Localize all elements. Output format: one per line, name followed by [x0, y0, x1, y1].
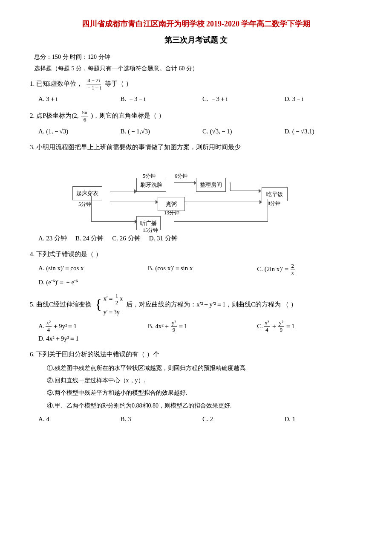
q5-optA: A. x²4 ＋9y²＝1 — [38, 319, 144, 333]
q6-optD: D. 1 — [285, 413, 363, 425]
question-1: 1. 已知i虚数单位， 4－2i －1＋i 等于（ ） A. 3＋i B. －3… — [30, 77, 362, 105]
flowchart: 起床穿衣 5分钟 刷牙洗脸 5分钟 6分钟 整理房间 煮粥 13分钟 — [72, 156, 320, 231]
q3-body: 小明用流程图把早上上班前需要做的事情做了如图方案，则所用时间最少 — [36, 144, 241, 150]
q2-text: 2. 点P极坐标为(2, 5π 6 )，则它的直角坐标是（ ） — [30, 109, 362, 123]
fc-arrow-7v — [268, 199, 268, 222]
q6-sub-items: ①.残差图中残差点所在的水平带状区域越宽，则回归方程的预报精确度越高. ②.回归… — [47, 363, 362, 411]
q2-optA: A. (1,－√3) — [38, 126, 116, 137]
fc-label-chifan: 8分钟 — [268, 199, 280, 208]
q5-optB: B. 4x²＋ y²9 ＝1 — [148, 319, 253, 333]
q6-sub3: ③.两个模型中残差平方和越小的模型拟合的效果越好. — [47, 387, 362, 398]
q5-body: 曲线C经过伸缩变换 — [36, 299, 92, 310]
q6-num: 6. — [30, 351, 35, 358]
fc-label-qichuang: 5分钟 — [78, 200, 91, 209]
q1-optA: A. 3＋i — [38, 93, 116, 105]
q2-text2: )，则它的直角坐标是（ ） — [91, 112, 165, 119]
info-score-time: 总分：150 分 时间：120 分钟 — [34, 52, 362, 62]
q2-num: 2. — [30, 112, 35, 119]
fc-arrow-6-tip — [135, 220, 137, 224]
q1-options: A. 3＋i B. －3－i C. －3＋i D. 3－i — [38, 93, 362, 105]
q5-text: 5. 曲线C经过伸缩变换 { x′＝12x y′＝3y 后，对应曲线的方程为：x… — [30, 292, 362, 317]
q1-optD: D. 3－i — [285, 93, 363, 105]
question-2: 2. 点P极坐标为(2, 5π 6 )，则它的直角坐标是（ ） A. (1,－√… — [30, 109, 362, 137]
fc-arrow-4h — [110, 202, 157, 202]
q4-num: 4. — [30, 251, 35, 257]
q1-optB: B. －3－i — [121, 93, 199, 105]
title-line2: 第三次月考试题 文 — [30, 33, 362, 47]
q6-sub1: ①.残差图中残差点所在的水平带状区域越宽，则回归方程的预报精确度越高. — [47, 363, 362, 373]
q1-body: 已知i虚数单位， — [36, 80, 83, 87]
q2-body: 点P极坐标为(2, — [36, 112, 79, 119]
fc-box-qichuang: 起床穿衣 — [72, 186, 102, 200]
fc-arrow-3-tip — [259, 189, 261, 193]
q6-sub2: ②.回归直线一定过样本中心（x，y）. — [47, 375, 362, 386]
fc-box-zhengli: 整理房间 — [196, 178, 226, 192]
q3-optA: A. 23 分钟 — [38, 233, 67, 244]
fc-arrow-4-tip — [156, 200, 158, 204]
question-3: 3. 小明用流程图把早上上班前需要做的事情做了如图方案，则所用时间最少 起床穿衣… — [30, 142, 362, 244]
q2-fraction: 5π 6 — [81, 109, 88, 123]
q3-num: 3. — [30, 144, 35, 150]
q5-options: A. x²4 ＋9y²＝1 B. 4x²＋ y²9 ＝1 C. x²4 ＋ y²… — [38, 319, 362, 344]
title-line1: 四川省成都市青白江区南开为明学校 2019-2020 学年高二数学下学期 — [30, 17, 362, 31]
q1-optC: C. －3＋i — [202, 93, 280, 105]
q6-text: 6. 下列关于回归分析的说法中错误的有（ ）个 — [30, 349, 362, 360]
q4-body: 下列式子错误的是（ ） — [36, 251, 102, 257]
q2-options: A. (1,－√3) B. (－1,√3) C. (√3,－1) D. (－√3… — [38, 126, 362, 137]
q6-optA: A. 4 — [38, 413, 116, 425]
fc-arrow-2 — [174, 182, 195, 183]
q6-optC: C. 2 — [202, 413, 280, 425]
q3-optB: B. 24 分钟 — [75, 233, 104, 244]
question-4: 4. 下列式子错误的是（ ） A. (sin x)′＝cos x B. (cos… — [30, 249, 362, 288]
fc-label-zhouzou: 13分钟 — [164, 208, 179, 218]
q1-text: 1. 已知i虚数单位， 4－2i －1＋i 等于（ ） — [30, 77, 362, 91]
q4-options: A. (sin x)′＝cos x B. (cos x)′＝sin x C. (… — [38, 263, 362, 288]
q4-optD: D. (e-x)′＝－e-x — [38, 276, 362, 288]
q5-brace-system: { x′＝12x y′＝3y — [95, 292, 123, 317]
q5-optC: C. x²4 ＋ y²9 ＝1 — [257, 319, 362, 333]
q6-optB: B. 3 — [121, 413, 199, 425]
q4-optA: A. (sin x)′＝cos x — [38, 263, 144, 276]
fc-arrow-6h — [91, 221, 136, 222]
q4-optC: C. (2ln x)′＝ 2 x — [257, 263, 362, 276]
q4-optC-frac: 2 x — [291, 263, 295, 276]
q4-optB: B. (cos x)′＝sin x — [148, 263, 253, 276]
q1-fraction: 4－2i －1＋i — [85, 77, 102, 91]
fc-arrow-3h — [230, 191, 260, 191]
q1-num: 1. — [30, 80, 35, 87]
fc-arrow-3 — [230, 182, 231, 191]
fc-label-zhengli-top: 6分钟 — [175, 172, 187, 181]
q6-body: 下列关于回归分析的说法中错误的有（ ）个 — [36, 351, 159, 358]
q5-bracket: （ ） — [282, 299, 297, 310]
question-6: 6. 下列关于回归分析的说法中错误的有（ ）个 ①.残差图中残差点所在的水平带状… — [30, 349, 362, 425]
info-section: 选择题（每题 5 分，每题只有一个选项符合题意。合计 60 分） — [34, 63, 362, 74]
fc-arrow-7 — [174, 221, 268, 222]
fc-label-shuaya-top: 5分钟 — [143, 172, 156, 181]
q5-optD: D. 4x²＋9y²＝1 — [38, 333, 362, 344]
q2-optB: B. (－1,√3) — [121, 126, 199, 137]
question-5: 5. 曲线C经过伸缩变换 { x′＝12x y′＝3y 后，对应曲线的方程为：x… — [30, 292, 362, 344]
q3-optC: C. 26 分钟 — [112, 233, 140, 244]
q4-text: 4. 下列式子错误的是（ ） — [30, 249, 362, 260]
fc-arrow-5 — [184, 202, 261, 202]
q2-optD: D. (－√3,1) — [285, 126, 363, 137]
fc-arrow-6v — [91, 196, 92, 221]
q3-options: A. 23 分钟 B. 24 分钟 C. 26 分钟 D. 31 分钟 — [38, 233, 362, 244]
q6-sub4: ④.甲、乙两个模型的R²分别约为0.88和0.80，则模型乙的拟合效果更好. — [47, 400, 362, 411]
q6-options: A. 4 B. 3 C. 2 D. 1 — [38, 413, 362, 425]
q2-optC: C. (√3,－1) — [202, 126, 280, 137]
fc-arrow-1 — [110, 191, 135, 191]
fc-label-guangbo: 15分钟 — [143, 226, 158, 235]
q5-text2: 后，对应曲线的方程为：x′²＋y′²＝1，则曲线C的方程为 — [126, 299, 281, 310]
q5-num: 5. — [30, 299, 35, 310]
q1-text2: 等于（ ） — [105, 80, 132, 87]
q3-text: 3. 小明用流程图把早上上班前需要做的事情做了如图方案，则所用时间最少 — [30, 142, 362, 153]
